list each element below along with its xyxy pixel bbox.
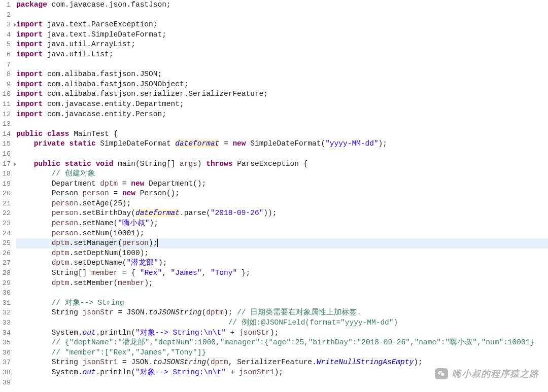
line-number: 20 [0,189,11,199]
code-line [16,149,548,159]
code-line: person.setNum(10001); [16,229,548,239]
line-number: 9 [0,80,11,90]
line-number: 14 [0,129,11,139]
line-number: 6 [0,50,11,60]
line-number: 27 [0,258,11,268]
code-line: person.setAge(25); [16,199,548,209]
line-number: 4 [0,30,11,40]
line-number: 17 [0,159,11,169]
line-number: 26 [0,248,11,259]
code-line: dptm.setDeptName("潜龙部"); [16,258,548,268]
code-line: import java.util.List; [16,50,548,60]
line-number: 10 [0,89,11,99]
line-number: 13 [0,119,11,129]
code-line: import java.text.SimpleDateFormat; [16,30,548,40]
code-line: Department dptm = new Department(); [16,179,548,189]
line-number: 7 [0,60,11,70]
line-number: 35 [0,338,11,348]
code-line: person.setName("嗨小叔"); [16,219,548,229]
code-line: package com.javacase.json.fastJson; [16,0,548,10]
code-line: import com.alibaba.fastjson.JSONObject; [16,80,548,90]
code-line [16,10,548,20]
code-line: dptm.setMember(member); [16,278,548,289]
line-number: 31 [0,298,11,308]
code-line [16,60,548,70]
code-line: import com.alibaba.fastjson.JSON; [16,69,548,80]
line-number: 37 [0,358,11,368]
line-number: 24 [0,229,11,239]
line-number: 39 [0,378,11,388]
code-line: // {"deptName":"潜龙部","deptNum":1000,"man… [16,338,548,348]
code-line: private static SimpleDateFormat dateform… [16,139,548,149]
code-line [16,119,548,129]
line-number: 5 [0,40,11,50]
line-number: 38 [0,368,11,378]
code-line-current: dptm.setManager(person); [16,238,548,248]
line-number: 3 [0,20,11,30]
line-number: 19 [0,179,11,189]
code-line: String[] member = { "Rex", "James", "Ton… [16,268,548,278]
code-line [16,288,548,298]
line-number: 28 [0,268,11,278]
code-line: import com.javacase.entity.Department; [16,99,548,110]
line-number: 30 [0,288,11,298]
code-line: // "member":["Rex","James","Tony"]} [16,348,548,358]
line-number: 2 [0,10,11,20]
line-number: 21 [0,199,11,209]
code-line: dptm.setDeptNum(1000); [16,248,548,259]
code-line: import com.javacase.entity.Person; [16,110,548,120]
line-number: 29 [0,278,11,289]
line-number: 1 [0,0,11,10]
code-line: // 对象--> String [16,298,548,308]
code-line: System.out.println("对象--> String:\n\t" +… [16,328,548,338]
line-number: 22 [0,208,11,219]
line-number: 36 [0,348,11,358]
code-line: String jsonStr1 = JSON.toJSONString(dptm… [16,358,548,368]
code-line: public static void main(String[] args) t… [16,159,548,169]
line-number: 11 [0,99,11,110]
code-line: String jsonStr = JSON.toJSONString(dptm)… [16,308,548,318]
text-cursor [157,239,158,247]
code-line: import com.alibaba.fastjson.serializer.S… [16,89,548,99]
line-number-gutter: 1234567891011121314151617181920212223242… [0,0,14,392]
code-line: import java.text.ParseException; [16,20,548,30]
line-number: 12 [0,110,11,120]
code-line: Person person = new Person(); [16,189,548,199]
line-number: 16 [0,149,11,159]
code-line: // 例如:@JSONField(format="yyyy-MM-dd") [16,318,548,328]
code-line: import java.util.ArrayList; [16,40,548,50]
line-number: 34 [0,328,11,338]
line-number: 32 [0,308,11,318]
line-number: 25 [0,238,11,248]
code-line: public class MainTest { [16,129,548,139]
line-number: 18 [0,169,11,179]
code-line: System.out.println("对象--> String:\n\t" +… [16,368,548,378]
code-area[interactable]: package com.javacase.json.fastJson; impo… [14,0,548,392]
line-number: 33 [0,318,11,328]
line-number: 8 [0,69,11,80]
code-line: // 创建对象 [16,169,548,179]
line-number: 15 [0,139,11,149]
line-number: 23 [0,219,11,229]
code-line [16,378,548,388]
code-line: person.setBirthDay(dateformat.parse("201… [16,208,548,219]
